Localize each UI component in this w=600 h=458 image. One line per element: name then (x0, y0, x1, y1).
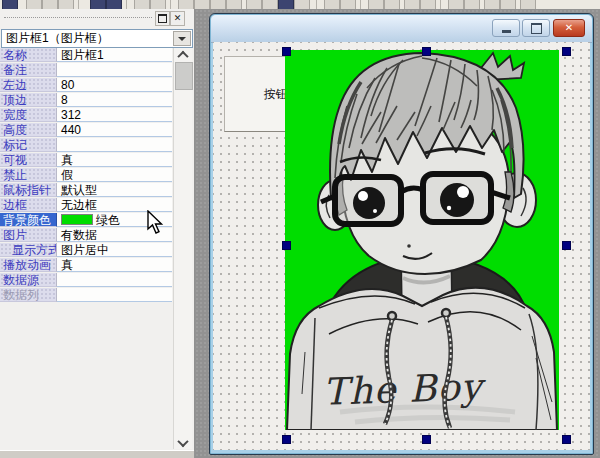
close-icon: ✕ (565, 23, 573, 33)
property-row[interactable]: 顶边8 (0, 93, 172, 108)
background-color-dropdown-button[interactable] (171, 213, 172, 227)
scrollbar-thumb[interactable] (175, 62, 193, 90)
chevron-down-icon (178, 37, 186, 41)
resize-handle[interactable] (562, 241, 571, 250)
property-row[interactable]: 可视真 (0, 153, 172, 168)
minimize-icon (502, 30, 511, 33)
toolbar-separator (316, 0, 317, 9)
toolbar-separator (78, 0, 79, 9)
property-value: 440 (57, 123, 172, 137)
chevron-down-icon (177, 435, 188, 446)
toolbar-separator (360, 0, 361, 9)
property-label: 数据列 (0, 288, 57, 302)
property-value: 真 (57, 153, 172, 167)
property-value (57, 138, 172, 152)
maximize-icon (531, 23, 542, 34)
property-row[interactable]: 宽度312 (0, 108, 172, 123)
property-value: 312 (57, 108, 172, 122)
property-value: 真 (57, 258, 172, 272)
close-button[interactable]: ✕ (553, 19, 585, 37)
property-row[interactable]: 标记 (0, 138, 172, 153)
properties-panel: ✕ 图片框1（图片框） 名称图片框1备注左边80顶边8宽度312高度440标记可… (0, 9, 195, 450)
property-label: 可视 (0, 153, 57, 167)
property-value: 图片框1 (57, 48, 172, 62)
property-label: 禁止 (0, 168, 57, 182)
form-titlebar[interactable]: ✕ (211, 15, 592, 43)
resize-handle[interactable] (422, 435, 431, 444)
property-grid: 名称图片框1备注左边80顶边8宽度312高度440标记可视真禁止假鼠标指针默认型… (0, 48, 172, 303)
combobox-dropdown-button[interactable] (173, 31, 191, 46)
scroll-up-button[interactable] (174, 48, 192, 61)
property-row[interactable]: 高度440 (0, 123, 172, 138)
property-value-text: 真 (61, 258, 73, 272)
object-selector-combobox[interactable]: 图片框1（图片框） (1, 29, 193, 48)
toolbar-separator (440, 0, 441, 9)
property-label: 顶边 (0, 93, 57, 107)
property-value: 假 (57, 168, 172, 182)
property-value: 80 (57, 78, 172, 92)
property-row[interactable]: 数据源 (0, 273, 172, 288)
property-value: 无边框 (57, 198, 172, 212)
panel-gripper[interactable] (4, 17, 152, 18)
property-label: 标记 (0, 138, 57, 152)
property-label: 左边 (0, 78, 57, 92)
maximize-button[interactable] (522, 19, 550, 37)
property-value-text: 图片框1 (61, 48, 104, 62)
property-value-text: 假 (61, 168, 73, 182)
property-value: 8 (57, 93, 172, 107)
property-value-text: 绿色 (96, 213, 120, 227)
property-label: 高度 (0, 123, 57, 137)
picture-box-control[interactable]: The Boy (285, 50, 559, 430)
boy-illustration: The Boy (285, 50, 559, 430)
panel-restore-button[interactable] (155, 11, 170, 26)
form-client-area[interactable]: 按钮1 (213, 42, 590, 450)
property-label: 显示方式 (0, 243, 57, 257)
minimize-button[interactable] (492, 19, 520, 37)
property-value-text: 312 (61, 108, 81, 122)
properties-panel-header[interactable]: ✕ (0, 9, 194, 28)
property-row[interactable]: 播放动画真 (0, 258, 172, 273)
property-label: 备注 (0, 63, 57, 77)
property-label: 鼠标指针 (0, 183, 57, 197)
property-value-text: 80 (61, 78, 74, 92)
ide-screen: ✕ 图片框1（图片框） 名称图片框1备注左边80顶边8宽度312高度440标记可… (0, 0, 600, 458)
property-row[interactable]: 鼠标指针默认型 (0, 183, 172, 198)
property-label: 播放动画 (0, 258, 57, 272)
property-value (57, 288, 172, 302)
property-value (57, 63, 172, 77)
property-value-text: 有数据 (61, 228, 97, 242)
designed-form-window[interactable]: ✕ 按钮1 (209, 13, 594, 455)
property-value-text: 真 (61, 153, 73, 167)
resize-handle[interactable] (282, 241, 291, 250)
property-row[interactable]: 备注 (0, 63, 172, 78)
resize-handle[interactable] (562, 47, 571, 56)
docked-panel-edge (0, 450, 194, 458)
property-value: 默认型 (57, 183, 172, 197)
toolbar-separator (170, 0, 171, 9)
property-row[interactable]: 数据列 (0, 288, 172, 303)
property-row[interactable]: 左边80 (0, 78, 172, 93)
form-designer-area: ✕ 按钮1 (195, 9, 600, 458)
vertical-scrollbar[interactable] (173, 48, 192, 449)
object-selector-value: 图片框1（图片框） (6, 31, 109, 46)
property-row[interactable]: 名称图片框1 (0, 48, 172, 63)
property-row[interactable]: 显示方式图片居中 (0, 243, 172, 258)
scroll-down-button[interactable] (174, 436, 192, 449)
resize-handle[interactable] (422, 47, 431, 56)
restore-icon (158, 14, 167, 23)
color-swatch (61, 214, 93, 225)
property-value: 图片居中 (57, 243, 172, 257)
property-label: 图片 (0, 228, 57, 242)
resize-handle[interactable] (562, 435, 571, 444)
property-label: 数据源 (0, 273, 57, 287)
property-row[interactable]: 图片有数据 (0, 228, 172, 243)
property-row[interactable]: 边框无边框 (0, 198, 172, 213)
property-row[interactable]: 禁止假 (0, 168, 172, 183)
property-label: 宽度 (0, 108, 57, 122)
property-value-text: 默认型 (61, 183, 97, 197)
property-row[interactable]: 背景颜色绿色 (0, 213, 172, 228)
panel-close-button[interactable]: ✕ (170, 11, 185, 26)
resize-handle[interactable] (282, 435, 291, 444)
property-value (57, 273, 172, 287)
resize-handle[interactable] (282, 47, 291, 56)
